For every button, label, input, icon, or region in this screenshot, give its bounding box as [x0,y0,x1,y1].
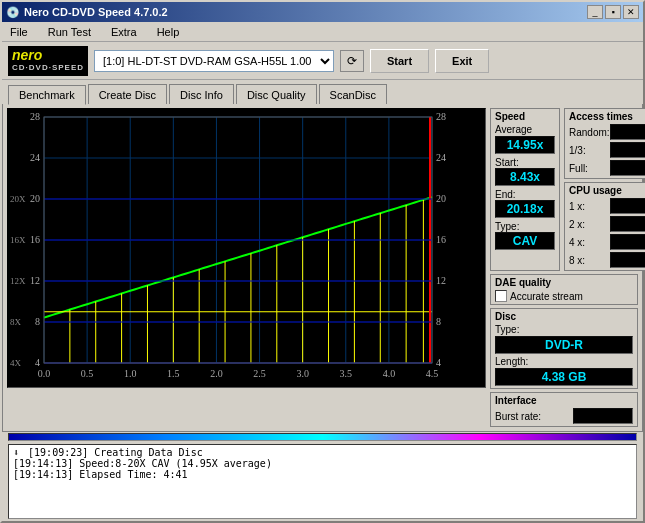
window-title: Nero CD-DVD Speed 4.7.0.2 [24,6,168,18]
tab-disc-quality[interactable]: Disc Quality [236,84,317,104]
speed-average-label: Average [495,124,555,135]
progress-track [8,433,637,441]
log-time-1: [19:14:13] [13,458,73,469]
accurate-stream-row: Accurate stream [495,290,633,302]
disc-panel: Disc Type: DVD-R Length: 4.38 GB [490,308,638,389]
right-panel: Speed Average 14.95x Start: 8.43x End: 2… [490,108,638,427]
log-entry-0: ⬇ [19:09:23] Creating Data Disc [13,447,632,458]
nero-text: nero [12,48,42,63]
cpu-4x-label: 4 x: [569,237,585,248]
cpu-8x-label: 8 x: [569,255,585,266]
access-times-panel: Access times Random: 1/3: Full: [564,108,645,179]
log-time-0: [19:09:23] [28,447,88,458]
menu-help[interactable]: Help [153,25,184,39]
interface-panel: Interface Burst rate: [490,392,638,427]
log-container: ⬇ [19:09:23] Creating Data Disc [19:14:1… [2,442,643,521]
top-panels: Speed Average 14.95x Start: 8.43x End: 2… [490,108,638,271]
log-text-1: Speed:8-20X CAV (14.95X average) [79,458,272,469]
tab-disc-info[interactable]: Disc Info [169,84,234,104]
title-bar: 💿 Nero CD-DVD Speed 4.7.0.2 _ ▪ ✕ [2,2,643,22]
speed-panel: Speed Average 14.95x Start: 8.43x End: 2… [490,108,560,271]
accurate-stream-label: Accurate stream [510,291,583,302]
disc-panel-title: Disc [495,311,633,322]
random-label: Random: [569,127,610,138]
tab-bar: Benchmark Create Disc Disc Info Disc Qua… [2,80,643,104]
one-third-label: 1/3: [569,145,586,156]
menu-file[interactable]: File [6,25,32,39]
cpu-8x-value [610,252,645,268]
disc-length-label: Length: [495,356,633,367]
random-value [610,124,645,140]
disc-type-value: DVD-R [495,336,633,354]
full-value [610,160,645,176]
title-bar-controls: _ ▪ ✕ [587,5,639,19]
minimize-button[interactable]: _ [587,5,603,19]
cpu-1x-value [610,198,645,214]
progress-fill [9,434,636,440]
menu-run-test[interactable]: Run Test [44,25,95,39]
speed-end-label: End: [495,189,555,200]
log-time-2: [19:14:13] [13,469,73,480]
benchmark-chart [8,109,468,387]
disc-type-label: Type: [495,324,633,335]
tab-create-disc[interactable]: Create Disc [88,84,167,104]
app-icon: 💿 [6,6,20,19]
log-area: ⬇ [19:09:23] Creating Data Disc [19:14:1… [8,444,637,519]
exit-button[interactable]: Exit [435,49,489,73]
maximize-button[interactable]: ▪ [605,5,621,19]
burst-rate-label: Burst rate: [495,411,541,422]
cpu-4x-value [610,234,645,250]
title-bar-title: 💿 Nero CD-DVD Speed 4.7.0.2 [6,6,168,19]
speed-text: CD·DVD·SPEED [12,64,84,73]
cpu-2x-label: 2 x: [569,219,585,230]
progress-bar-container [2,432,643,442]
toolbar: nero CD·DVD·SPEED [1:0] HL-DT-ST DVD-RAM… [2,42,643,80]
dae-quality-title: DAE quality [495,277,633,288]
disc-length-value: 4.38 GB [495,368,633,386]
menu-extra[interactable]: Extra [107,25,141,39]
accurate-stream-checkbox[interactable] [495,290,507,302]
cpu-2x-value [610,216,645,232]
log-text-2: Elapsed Time: 4:41 [79,469,187,480]
speed-average-value: 14.95x [495,136,555,154]
cpu-usage-title: CPU usage [569,185,645,196]
nero-logo: nero CD·DVD·SPEED [8,46,88,76]
main-window: 💿 Nero CD-DVD Speed 4.7.0.2 _ ▪ ✕ File R… [0,0,645,523]
start-button[interactable]: Start [370,49,429,73]
full-label: Full: [569,163,588,174]
access-times-title: Access times [569,111,645,122]
dae-quality-panel: DAE quality Accurate stream [490,274,638,305]
refresh-button[interactable]: ⟳ [340,50,364,72]
burst-rate-value [573,408,633,424]
cpu-1x-label: 1 x: [569,201,585,212]
speed-start-value: 8.43x [495,168,555,186]
log-text-0: Creating Data Disc [94,447,202,458]
right-sub-panels: Access times Random: 1/3: Full: [564,108,645,271]
speed-start-label: Start: [495,157,555,168]
drive-select[interactable]: [1:0] HL-DT-ST DVD-RAM GSA-H55L 1.00 [94,50,334,72]
menu-bar: File Run Test Extra Help [2,22,643,42]
speed-type-value: CAV [495,232,555,250]
speed-panel-title: Speed [495,111,555,122]
interface-panel-title: Interface [495,395,633,406]
speed-end-value: 20.18x [495,200,555,218]
tab-benchmark[interactable]: Benchmark [8,85,86,105]
log-icon-0: ⬇ [13,447,19,458]
speed-type-label: Type: [495,221,555,232]
log-entry-2: [19:14:13] Elapsed Time: 4:41 [13,469,632,480]
cpu-usage-panel: CPU usage 1 x: 2 x: 4 x: [564,182,645,271]
tab-scan-disc[interactable]: ScanDisc [319,84,387,104]
one-third-value [610,142,645,158]
close-button[interactable]: ✕ [623,5,639,19]
tab-content: Speed Average 14.95x Start: 8.43x End: 2… [2,104,643,432]
log-entry-1: [19:14:13] Speed:8-20X CAV (14.95X avera… [13,458,632,469]
